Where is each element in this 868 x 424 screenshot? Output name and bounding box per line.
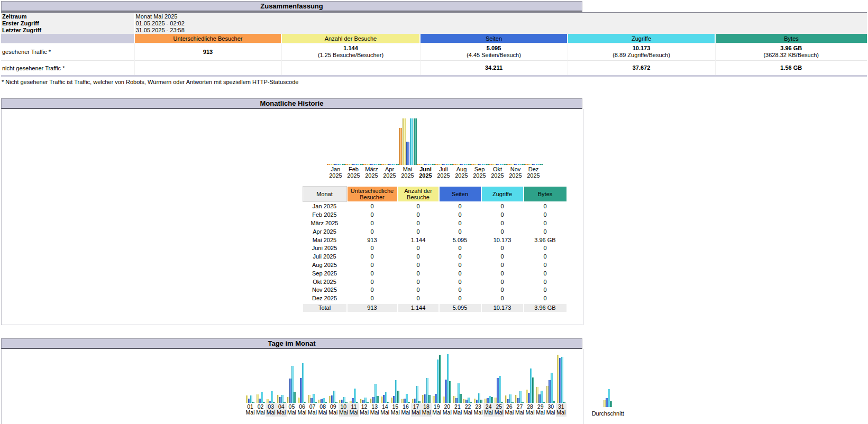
- month-cell-value: 3.96 GB: [524, 236, 567, 244]
- bar-bytes: [532, 377, 534, 403]
- day-bars: [277, 349, 286, 403]
- month-cell-value: 0: [524, 244, 567, 253]
- bar-zugriffe: [338, 164, 341, 165]
- month-cell-label: Okt 2025: [303, 278, 347, 286]
- bar-seiten: [370, 164, 373, 165]
- day-label: 15Mai: [390, 403, 401, 417]
- month-cell-value: 0: [439, 253, 481, 261]
- bar-bytes: [543, 402, 545, 403]
- day-bars: [267, 349, 275, 403]
- bar-besucher: [345, 164, 348, 165]
- day-label: 12Mai: [359, 403, 370, 417]
- info-value: Monat Mai 2025: [134, 13, 867, 20]
- bar-besuche: [474, 164, 478, 165]
- bar-seiten: [514, 164, 517, 165]
- month-group: Feb2025: [345, 117, 363, 179]
- day-label: 21Mai: [452, 403, 463, 417]
- month-group: Mai2025: [399, 117, 417, 179]
- day-group: 15Mai: [390, 349, 401, 417]
- day-label: 29Mai: [535, 403, 546, 417]
- day-bars: [536, 349, 545, 403]
- month-label: Apr2025: [383, 167, 396, 179]
- day-group: 30Mai: [545, 349, 556, 417]
- bar-seiten: [388, 164, 391, 165]
- bar-bytes: [439, 355, 441, 403]
- month-cell-value: 0: [524, 286, 567, 294]
- bar-zugriffe: [271, 391, 273, 403]
- month-cell-value: 0: [347, 253, 398, 261]
- bar-bytes: [449, 381, 451, 403]
- month-cell-value: 0: [398, 269, 439, 278]
- bar-besucher: [525, 164, 528, 165]
- monthly-header-4: Zugriffe: [481, 186, 524, 202]
- total-label: Total: [303, 303, 347, 312]
- month-cell-value: 0: [398, 286, 439, 294]
- monthly-header-0: Monat: [303, 186, 347, 202]
- month-cell-label: Juli 2025: [303, 253, 347, 261]
- summary-row-viewed-traffic: gesehener Traffic * 913 1.144(1.25 Besuc…: [1, 43, 867, 61]
- day-bars: [391, 349, 399, 403]
- month-cell-value: 0: [524, 219, 567, 228]
- day-label: 01Mai: [245, 403, 255, 417]
- day-bars: [350, 349, 358, 403]
- bar-besuche: [349, 164, 352, 165]
- day-group: 16Mai: [400, 349, 411, 417]
- summary-info-row-zeitraum: Zeitraum Monat Mai 2025: [1, 13, 867, 20]
- month-label: Dez2025: [527, 167, 540, 179]
- monthly-table-row: Dez 202500000: [303, 294, 567, 303]
- bar-besuche: [421, 164, 424, 165]
- month-cell-value: 0: [439, 278, 481, 286]
- month-cell-value: 0: [398, 227, 439, 236]
- day-group: 10Mai: [339, 349, 349, 417]
- bar-seiten: [478, 164, 481, 165]
- day-label: 22Mai: [463, 403, 473, 417]
- monthly-table-header-row: MonatUnterschiedliche BesucherAnzahl der…: [303, 186, 567, 202]
- monthly-history-title: Monatliche Historie: [1, 98, 582, 109]
- bar-zugriffe: [354, 389, 356, 403]
- month-bars: [471, 117, 489, 165]
- day-bars: [257, 349, 265, 403]
- day-bars: [412, 349, 421, 403]
- day-label: 11Mai: [349, 403, 359, 417]
- total-value: 913: [347, 303, 398, 312]
- month-cell-label: Juni 2025: [303, 244, 347, 253]
- bar-besucher: [399, 128, 402, 165]
- not-viewed-visits: [281, 61, 420, 76]
- day-group: 13Mai: [369, 349, 380, 417]
- month-cell-value: 0: [481, 244, 524, 253]
- month-cell-value: 0: [347, 211, 398, 219]
- bar-zugriffe: [446, 164, 449, 165]
- day-bars: [443, 349, 451, 403]
- bar-besuche: [331, 164, 334, 165]
- month-cell-value: 0: [347, 278, 398, 286]
- month-cell-value: 0: [524, 294, 567, 303]
- bar-zugriffe: [385, 392, 387, 403]
- day-group: 09Mai: [328, 349, 339, 417]
- month-cell-label: Dez 2025: [303, 294, 347, 303]
- monthly-history-table: MonatUnterschiedliche BesucherAnzahl der…: [302, 186, 568, 313]
- bar-besuche: [456, 164, 460, 165]
- summary-table: Zeitraum Monat Mai 2025 Erster Zugriff 0…: [1, 12, 867, 77]
- bar-seiten: [496, 164, 499, 165]
- day-group: 17Mai: [411, 349, 422, 417]
- day-label: 26Mai: [504, 403, 515, 417]
- bar-bytes: [304, 402, 306, 403]
- monthly-history-section: Monatliche Historie Jan2025Feb2025März20…: [1, 98, 584, 325]
- summary-info-row-letzter-zugriff: Letzter Zugriff 31.05.2025 - 23:58: [1, 27, 867, 34]
- bar-bytes: [387, 402, 389, 403]
- day-bars: [495, 349, 503, 403]
- month-cell-value: 0: [439, 269, 481, 278]
- month-cell-value: 0: [398, 202, 439, 211]
- info-label: Zeitraum: [1, 13, 134, 20]
- month-cell-value: 0: [481, 227, 524, 236]
- bar-seiten: [352, 164, 355, 165]
- bar-bytes: [501, 402, 503, 403]
- not-viewed-bytes: 1.56 GB: [715, 61, 867, 76]
- bar-besuche: [492, 164, 496, 165]
- monthly-table-row: Jan 202500000: [303, 202, 567, 211]
- bar-zugriffe: [561, 357, 563, 403]
- day-group: 08Mai: [317, 349, 328, 417]
- day-bars: [474, 349, 482, 403]
- month-cell-value: 0: [481, 269, 524, 278]
- day-group: 01Mai: [245, 349, 255, 417]
